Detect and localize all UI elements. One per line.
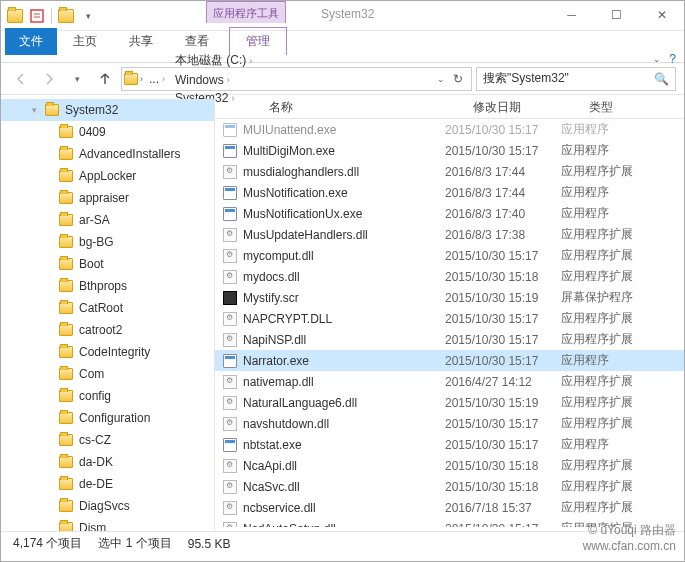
refresh-icon[interactable]: ↻ [447,72,469,86]
dll-icon [221,500,239,516]
minimize-button[interactable]: ─ [549,1,594,29]
tree-node[interactable]: 0409 [1,121,214,143]
file-type: 屏幕保护程序 [561,289,684,306]
maximize-button[interactable]: ☐ [594,1,639,29]
tree-node[interactable]: Bthprops [1,275,214,297]
tree-node[interactable]: config [1,385,214,407]
file-row[interactable]: musdialoghandlers.dll2016/8/3 17:44应用程序扩… [215,161,684,182]
file-row[interactable]: MusNotification.exe2016/8/3 17:44应用程序 [215,182,684,203]
column-headers: 名称 修改日期 类型 [215,95,684,119]
dll-icon [221,332,239,348]
file-row[interactable]: NapiNSP.dll2015/10/30 15:17应用程序扩展 [215,329,684,350]
ribbon-tabs: 文件 主页共享查看 管理 [1,31,684,55]
breadcrumb-item[interactable]: 本地磁盘 (C:) › [171,50,256,71]
search-placeholder: 搜索"System32" [483,70,569,87]
exe-icon [221,206,239,222]
file-rows[interactable]: MUIUnattend.exe2015/10/30 15:17应用程序Multi… [215,119,684,527]
file-row[interactable]: NAPCRYPT.DLL2015/10/30 15:17应用程序扩展 [215,308,684,329]
tree-node[interactable]: da-DK [1,451,214,473]
address-dropdown-icon[interactable]: ⌄ [437,74,445,84]
breadcrumb-ellipsis[interactable]: ... › [145,70,169,88]
file-type: 应用程序扩展 [561,331,684,348]
file-date: 2016/8/3 17:38 [445,228,561,242]
ribbon-expand-icon[interactable]: ⌄ [653,54,661,64]
file-row[interactable]: MUIUnattend.exe2015/10/30 15:17应用程序 [215,119,684,140]
recent-dropdown[interactable]: ▾ [65,67,89,91]
qat-dropdown-icon[interactable]: ▾ [78,6,98,26]
file-name: nativemap.dll [241,375,445,389]
tree-node[interactable]: CatRoot [1,297,214,319]
file-row[interactable]: NcaApi.dll2015/10/30 15:18应用程序扩展 [215,455,684,476]
breadcrumb-item[interactable]: Windows › [171,71,256,89]
file-date: 2015/10/30 15:17 [445,312,561,326]
file-row[interactable]: NcdAutoSetup.dll2015/10/30 15:17应用程序扩展 [215,518,684,527]
tree-node[interactable]: AppLocker [1,165,214,187]
file-row[interactable]: Mystify.scr2015/10/30 15:19屏幕保护程序 [215,287,684,308]
titlebar: ▾ 应用程序工具 System32 ─ ☐ ✕ [1,1,684,31]
file-row[interactable]: nbtstat.exe2015/10/30 15:17应用程序 [215,434,684,455]
file-row[interactable]: NcaSvc.dll2015/10/30 15:18应用程序扩展 [215,476,684,497]
column-name[interactable]: 名称 [261,95,465,118]
tree-node[interactable]: AdvancedInstallers [1,143,214,165]
folder-icon[interactable] [56,6,76,26]
folder-tree[interactable]: ▾System320409AdvancedInstallersAppLocker… [1,95,215,531]
tree-node[interactable]: bg-BG [1,231,214,253]
file-row[interactable]: mydocs.dll2015/10/30 15:18应用程序扩展 [215,266,684,287]
dll-icon [221,416,239,432]
tree-node[interactable]: ar-SA [1,209,214,231]
file-row[interactable]: MultiDigiMon.exe2015/10/30 15:17应用程序 [215,140,684,161]
file-date: 2016/4/27 14:12 [445,375,561,389]
file-row[interactable]: Narrator.exe2015/10/30 15:17应用程序 [215,350,684,371]
tree-node[interactable]: DiagSvcs [1,495,214,517]
ribbon-tab[interactable]: 主页 [57,28,113,55]
file-name: nbtstat.exe [241,438,445,452]
ribbon-tab[interactable]: 共享 [113,28,169,55]
column-type[interactable]: 类型 [581,95,684,118]
file-name: MUIUnattend.exe [241,123,445,137]
file-name: NcaSvc.dll [241,480,445,494]
file-row[interactable]: nativemap.dll2016/4/27 14:12应用程序扩展 [215,371,684,392]
file-row[interactable]: navshutdown.dll2015/10/30 15:17应用程序扩展 [215,413,684,434]
file-date: 2015/10/30 15:17 [445,333,561,347]
tree-node[interactable]: Com [1,363,214,385]
file-row[interactable]: mycomput.dll2015/10/30 15:17应用程序扩展 [215,245,684,266]
file-date: 2015/10/30 15:17 [445,522,561,528]
folder-icon[interactable] [5,6,25,26]
forward-button[interactable] [37,67,61,91]
dll-icon [221,227,239,243]
close-button[interactable]: ✕ [639,1,684,29]
file-name: NapiNSP.dll [241,333,445,347]
back-button[interactable] [9,67,33,91]
column-date[interactable]: 修改日期 [465,95,581,118]
exe-icon [221,185,239,201]
properties-icon[interactable] [27,6,47,26]
file-date: 2016/8/3 17:44 [445,165,561,179]
tree-node[interactable]: catroot2 [1,319,214,341]
file-type: 应用程序扩展 [561,520,684,527]
dll-icon [221,248,239,264]
tree-node[interactable]: CodeIntegrity [1,341,214,363]
dll-icon [221,311,239,327]
tree-node[interactable]: Dism [1,517,214,531]
tree-node[interactable]: ▾System32 [1,99,214,121]
file-date: 2015/10/30 15:19 [445,291,561,305]
help-icon[interactable]: ? [669,52,676,66]
up-button[interactable] [93,67,117,91]
file-row[interactable]: MusUpdateHandlers.dll2016/8/3 17:38应用程序扩… [215,224,684,245]
file-row[interactable]: ncbservice.dll2016/7/18 15:37应用程序扩展 [215,497,684,518]
tree-node[interactable]: cs-CZ [1,429,214,451]
search-box[interactable]: 搜索"System32" 🔍 [476,67,676,91]
tree-node[interactable]: de-DE [1,473,214,495]
tree-node[interactable]: Configuration [1,407,214,429]
file-date: 2015/10/30 15:17 [445,249,561,263]
exe-icon [221,353,239,369]
file-row[interactable]: MusNotificationUx.exe2016/8/3 17:40应用程序 [215,203,684,224]
file-row[interactable]: NaturalLanguage6.dll2015/10/30 15:19应用程序… [215,392,684,413]
file-name: NaturalLanguage6.dll [241,396,445,410]
file-name: MusUpdateHandlers.dll [241,228,445,242]
file-tab[interactable]: 文件 [5,28,57,55]
tree-node[interactable]: appraiser [1,187,214,209]
tree-node[interactable]: Boot [1,253,214,275]
exe-icon [221,122,239,138]
breadcrumb-bar[interactable]: › ... › 本地磁盘 (C:) ›Windows ›System32 › ⌄… [121,67,472,91]
